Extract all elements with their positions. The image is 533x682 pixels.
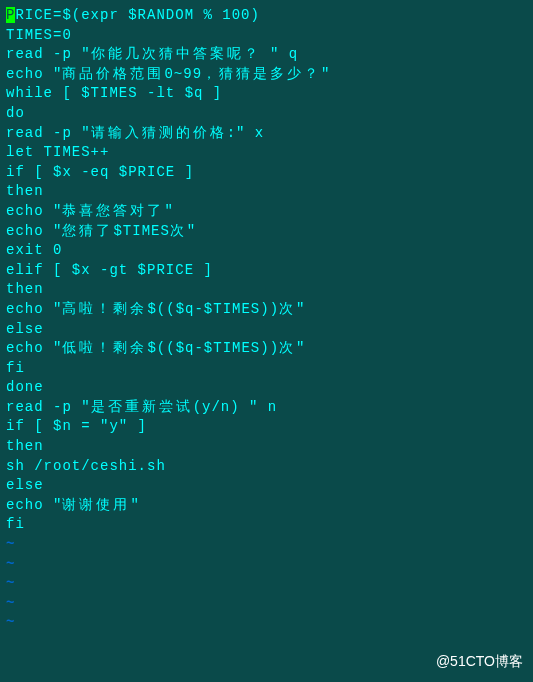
vim-tilde: ~	[6, 613, 527, 633]
code-line: then	[6, 182, 527, 202]
code-line: else	[6, 320, 527, 340]
code-line: read -p "是否重新尝试(y/n) " n	[6, 398, 527, 418]
vim-tilde: ~	[6, 594, 527, 614]
code-line: elif [ $x -gt $PRICE ]	[6, 261, 527, 281]
code-line: then	[6, 280, 527, 300]
code-line: echo "高啦！剩余$(($q-$TIMES))次"	[6, 300, 527, 320]
vim-tilde: ~	[6, 574, 527, 594]
code-line: let TIMES++	[6, 143, 527, 163]
code-line: if [ $n = "y" ]	[6, 417, 527, 437]
cursor-highlight: P	[6, 7, 15, 23]
vim-tilde: ~	[6, 535, 527, 555]
code-line: fi	[6, 515, 527, 535]
code-line: then	[6, 437, 527, 457]
code-line: else	[6, 476, 527, 496]
code-line: fi	[6, 359, 527, 379]
watermark: @51CTO博客	[436, 652, 523, 672]
code-line: sh /root/ceshi.sh	[6, 457, 527, 477]
code-line: if [ $x -eq $PRICE ]	[6, 163, 527, 183]
code-line: exit 0	[6, 241, 527, 261]
vim-tilde: ~	[6, 555, 527, 575]
code-line: echo "您猜了$TIMES次"	[6, 222, 527, 242]
code-line: read -p "请输入猜测的价格:" x	[6, 124, 527, 144]
code-line: read -p "你能几次猜中答案呢？ " q	[6, 45, 527, 65]
code-line: TIMES=0	[6, 26, 527, 46]
code-line: echo "恭喜您答对了"	[6, 202, 527, 222]
code-line: PRICE=$(expr $RANDOM % 100)	[6, 6, 527, 26]
code-text: RICE=$(expr $RANDOM % 100)	[15, 7, 259, 23]
code-line: do	[6, 104, 527, 124]
code-line: echo "谢谢使用"	[6, 496, 527, 516]
code-line: done	[6, 378, 527, 398]
code-line: while [ $TIMES -lt $q ]	[6, 84, 527, 104]
code-line: echo "低啦！剩余$(($q-$TIMES))次"	[6, 339, 527, 359]
code-line: echo "商品价格范围0~99，猜猜是多少？"	[6, 65, 527, 85]
